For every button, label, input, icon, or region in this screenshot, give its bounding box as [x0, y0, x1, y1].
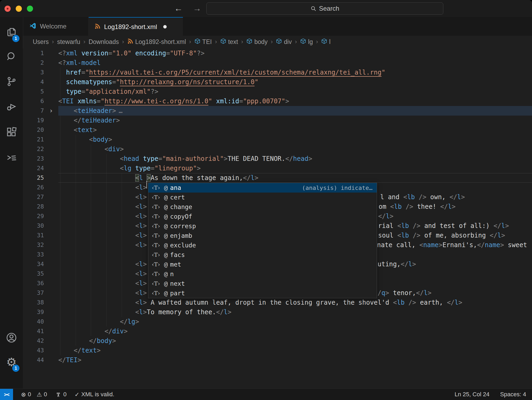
code-line-22[interactable]: 22 <div>: [23, 144, 532, 154]
attribute-kind-icon: ‹T›: [152, 194, 164, 201]
line-number: 39: [23, 307, 44, 317]
code-line-39[interactable]: 39 <l>To memory of thee.</l>: [23, 307, 532, 317]
line-number: 28: [23, 202, 44, 211]
activity-item-search[interactable]: [0, 47, 23, 67]
breadcrumb-separator: ›: [215, 38, 217, 45]
suggest-item-met[interactable]: ‹T›@met: [148, 260, 377, 269]
suggest-item-next[interactable]: ‹T›@next: [148, 279, 377, 288]
check-icon: ✓: [75, 391, 79, 398]
close-window-button[interactable]: [5, 6, 11, 12]
modified-dot-icon[interactable]: [163, 25, 167, 28]
code-line-41[interactable]: 41 </div>: [23, 326, 532, 336]
code-line-tail: om <lb /> thee! </l>: [379, 202, 456, 211]
cursor-position[interactable]: Ln 25, Col 24: [455, 391, 489, 398]
breadcrumb-item-lg[interactable]: lg: [300, 38, 313, 46]
code-line-tail: soul <lb /> of me, absorbing </l>: [378, 231, 505, 240]
activity-bar: 1⚙1: [0, 17, 23, 389]
xml-validation-status[interactable]: ✓ XML is valid.: [75, 391, 114, 398]
suggest-item-cert[interactable]: ‹T›@cert: [148, 193, 377, 202]
suggest-item-ana[interactable]: ‹T›@ana(analysis) indicate…: [148, 183, 377, 193]
line-number: 1: [23, 48, 44, 58]
code-line-44[interactable]: 44</TEI>: [23, 355, 532, 365]
breadcrumb-item-stewarfu[interactable]: stewarfu: [57, 38, 80, 46]
breadcrumb-item-body[interactable]: body: [246, 38, 268, 46]
breadcrumb-item-div[interactable]: div: [276, 38, 292, 46]
code-line-23[interactable]: 23 <head type="main-authorial">THE DEAD …: [23, 154, 532, 164]
activity-item-run-debug[interactable]: [0, 97, 23, 117]
breadcrumb-item-log1892-short-xml[interactable]: Log1892-short.xml: [127, 38, 186, 46]
code-line-25[interactable]: 25 <l >As down the stage again,</l>: [23, 173, 532, 183]
rss-icon: [127, 38, 133, 46]
tab-label: Welcome: [40, 23, 67, 30]
code-line-4[interactable]: 4 schematypens="http://relaxng.org/ns/st…: [23, 77, 532, 87]
back-arrow-button[interactable]: ←: [173, 2, 184, 14]
problems-indicator[interactable]: ⊗ 0 ⚠ 0: [21, 391, 47, 398]
breadcrumb-item-users[interactable]: Users: [33, 38, 49, 46]
suggest-item-n[interactable]: ‹T›@n: [148, 269, 377, 279]
suggest-item-corresp[interactable]: ‹T›@corresp: [148, 221, 377, 231]
line-number: 27: [23, 192, 44, 202]
extensions-icon: [6, 126, 17, 139]
attribute-kind-icon: ‹T›: [152, 213, 164, 220]
suggest-label: change: [170, 203, 192, 210]
tab-log1892-short-xml[interactable]: Log1892-short.xml: [89, 17, 183, 36]
tab-welcome[interactable]: Welcome: [23, 17, 89, 36]
at-sign: @: [164, 203, 168, 210]
code-line-2[interactable]: 2<?xml-model: [23, 58, 532, 68]
code-line-5[interactable]: 5 type="application/xml"?>: [23, 87, 532, 96]
breadcrumb-item-l[interactable]: l: [321, 38, 330, 46]
ports-count: 0: [63, 391, 67, 398]
editor-area[interactable]: 1<?xml version="1.0" encoding="UTF-8"?>2…: [23, 48, 532, 389]
attribute-kind-icon: ‹T›: [152, 290, 164, 296]
breadcrumb-separator: ›: [122, 38, 124, 45]
breadcrumb-label: lg: [308, 38, 313, 46]
code-line-6[interactable]: 6<TEI xmlns="http://www.tei-c.org/ns/1.0…: [23, 96, 532, 106]
activity-item-account[interactable]: [0, 328, 23, 348]
line-number: 33: [23, 250, 44, 259]
breadcrumb-label: TEI: [202, 38, 212, 46]
code-line-20[interactable]: 20 <text>: [23, 125, 532, 135]
ports-indicator[interactable]: 0: [55, 391, 67, 398]
command-center-search[interactable]: Search: [206, 2, 443, 15]
breadcrumb-item-downloads[interactable]: Downloads: [89, 38, 119, 46]
breadcrumb-item-tei[interactable]: TEI: [194, 38, 212, 46]
attribute-kind-icon: ‹T›: [152, 271, 164, 277]
vscode-icon: [29, 22, 36, 31]
activity-item-xml-format[interactable]: [0, 148, 23, 168]
suggest-item-change[interactable]: ‹T›@change: [148, 202, 377, 212]
explorer-badge: 1: [12, 35, 19, 42]
at-sign: @: [164, 242, 168, 249]
activity-item-extensions[interactable]: [0, 123, 23, 143]
activity-item-explorer[interactable]: 1: [0, 22, 23, 43]
code-line-43[interactable]: 43 </text>: [23, 346, 532, 355]
validation-text: XML is valid.: [81, 391, 114, 398]
code-line-38[interactable]: 38 <l> A wafted autumn leaf, dropt in th…: [23, 298, 532, 307]
indentation-setting[interactable]: Spaces: 4: [500, 391, 526, 398]
code-line-19[interactable]: 19 </teiHeader>: [23, 116, 532, 125]
code-line-1[interactable]: 1<?xml version="1.0" encoding="UTF-8"?>: [23, 48, 532, 58]
forward-arrow-button[interactable]: →: [191, 2, 203, 14]
suggest-item-part[interactable]: ‹T›@part: [148, 288, 377, 298]
code-line-42[interactable]: 42 </body>: [23, 336, 532, 346]
activity-item-source-control[interactable]: [0, 72, 23, 92]
remote-indicator-button[interactable]: ><: [0, 389, 13, 400]
suggest-item-exclude[interactable]: ‹T›@exclude: [148, 240, 377, 250]
breadcrumb-item-text[interactable]: text: [220, 38, 238, 46]
at-sign: @: [164, 194, 168, 201]
suggest-item-copyOf[interactable]: ‹T›@copyOf: [148, 212, 377, 221]
code-line-21[interactable]: 21 <body>: [23, 135, 532, 144]
zoom-window-button[interactable]: [27, 6, 33, 12]
code-line-3[interactable]: 3 href="https://vault.tei-c.org/P5/curre…: [23, 68, 532, 77]
activity-item-settings[interactable]: ⚙1: [0, 352, 23, 372]
minimize-window-button[interactable]: [16, 6, 22, 12]
fold-chevron-icon[interactable]: ›: [44, 106, 58, 116]
suggest-item-facs[interactable]: ‹T›@facs: [148, 250, 377, 260]
autocomplete-dropdown[interactable]: ‹T›@ana(analysis) indicate…‹T›@cert‹T›@c…: [148, 183, 377, 298]
breadcrumb-label: text: [228, 38, 238, 46]
code-line-7[interactable]: 7› <teiHeader>…: [23, 106, 532, 116]
suggest-item-enjamb[interactable]: ‹T›@enjamb: [148, 231, 377, 240]
code-line-24[interactable]: 24 <lg type="linegroup">: [23, 164, 532, 173]
run-debug-icon: [6, 101, 17, 113]
at-sign: @: [164, 213, 168, 220]
code-line-40[interactable]: 40 </lg>: [23, 317, 532, 326]
